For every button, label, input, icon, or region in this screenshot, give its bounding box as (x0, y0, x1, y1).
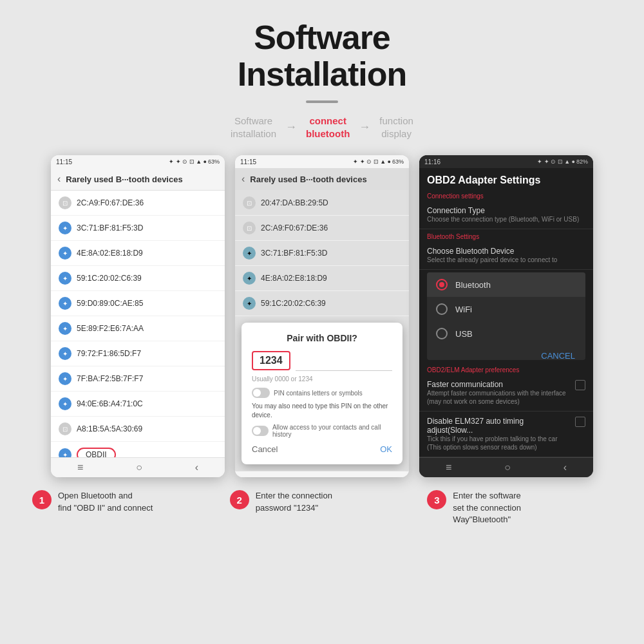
bt-device-icon: ⊡ (243, 196, 256, 209)
phone3-status-icons: ✦ ✦ ⊙ ⊡ ▲ ● 82% (537, 158, 588, 165)
bt-device-icon: ✦ (59, 272, 71, 285)
instruction-2: 2 Enter the connectionpassword "1234" (223, 490, 421, 526)
item1-sub: Choose the connection type (Bluetooth, W… (427, 215, 585, 223)
dropdown-bluetooth-label: Bluetooth (455, 280, 491, 290)
list-item[interactable]: ✦ 79:72:F1:86:5D:F7 (51, 341, 225, 366)
pair-ok-button[interactable]: OK (380, 444, 392, 454)
nav-home-icon[interactable]: ○ (504, 462, 511, 473)
list-item[interactable]: ✦ 4E:8A:02:E8:18:D9 (51, 241, 225, 266)
list-item[interactable]: ✦ 3C:71:BF:81:F5:3D (51, 216, 225, 241)
footer2-text: Disable ELM327 auto timing adjust(Slow..… (427, 417, 570, 451)
title-line1: Software (238, 19, 406, 56)
list-item[interactable]: ✦ 94:0E:6B:A4:71:0C (51, 392, 225, 417)
pair-cancel-button[interactable]: Cancel (252, 444, 278, 454)
page-wrapper: Software Installation Softwareinstallati… (0, 0, 644, 644)
bt-device-icon: ✦ (243, 297, 256, 310)
list-item[interactable]: ⊡ 2C:A9:F0:67:DE:36 (51, 191, 225, 216)
toggle-contacts-icon[interactable] (252, 426, 269, 436)
pair-toggle2-text: Allow access to your contacts and call h… (272, 424, 392, 438)
step2-circle: 2 (230, 490, 249, 509)
pair-toggle1-row: PIN contains letters or symbols (252, 388, 392, 398)
disable-elm-checkbox[interactable] (575, 417, 585, 427)
item2-sub: Select the already paired device to conn… (427, 256, 585, 264)
list-item[interactable]: ✦ 7F:BA:F2:5B:7F:F7 (51, 366, 225, 392)
dropdown-item-usb[interactable]: USB (427, 321, 585, 346)
radio-bluetooth[interactable] (436, 279, 448, 290)
pair-note: You may also need to type this PIN on th… (252, 402, 392, 420)
nav-back-icon[interactable]: ‹ (564, 462, 567, 473)
list-item[interactable]: ✦ 59:1C:20:02:C6:39 (51, 266, 225, 291)
list-item[interactable]: ✦ 59:D0:89:0C:AE:85 (51, 291, 225, 316)
step1-circle: 1 (32, 490, 52, 509)
radio-usb[interactable] (436, 328, 448, 339)
instruction1-text: Open Bluetooth andfind "OBD II" and conn… (58, 490, 153, 513)
phone3-settings-title: OBD2 Adapter Settings (419, 168, 593, 189)
bt-device-icon: ✦ (59, 297, 71, 310)
list-item: ⊡ 2C:A9:F0:67:DE:36 (235, 216, 409, 241)
toggle-pin-icon[interactable] (252, 388, 270, 398)
nav-home-icon[interactable]: ○ (136, 462, 142, 473)
nav-menu-icon[interactable]: ≡ (446, 462, 451, 473)
footer2-sub: Tick this if you have problem talking to… (427, 435, 570, 451)
instructions-row: 1 Open Bluetooth andfind "OBD II" and co… (13, 490, 631, 526)
step3-label: functiondisplay (379, 115, 413, 140)
phone2-bottom-nav: ≡ ○ ‹ (235, 471, 409, 477)
bt-device-address: 3C:71:BF:81:F5:3D (77, 223, 143, 232)
list-item: ✦ 3C:71:BF:81:F5:3D (235, 241, 409, 266)
phone1-status-bar: 11:15 ✦ ✦ ⊙ ⊡ ▲ ● 63% (51, 155, 225, 168)
phone1-bottom-nav: ≡ ○ ‹ (51, 457, 225, 477)
settings-bt-device[interactable]: Choose Bluetooth Device Select the alrea… (419, 242, 593, 270)
bt-device-icon: ⊡ (59, 196, 71, 209)
bt-device-icon: ✦ (243, 247, 256, 260)
phone3-time: 11:16 (424, 158, 440, 166)
nav-back-icon[interactable]: ‹ (195, 462, 198, 473)
bt-device-icon: ✦ (59, 222, 71, 234)
settings-connection-type[interactable]: Connection Type Choose the connection ty… (419, 201, 593, 229)
settings-faster-comm[interactable]: Faster communication Attempt faster comm… (419, 375, 593, 412)
bt-device-address: 7F:BA:F2:5B:7F:F7 (77, 374, 143, 383)
bt-device-address: A8:1B:5A:5A:30:69 (77, 424, 142, 433)
footer1-title: Faster communication (427, 380, 570, 389)
phone1-nav-title: Rarely used B···tooth devices (66, 175, 182, 184)
phone1-battery: 63% (208, 158, 220, 165)
step3-circle: 3 (427, 490, 446, 509)
phones-row: 11:15 ✦ ✦ ⊙ ⊡ ▲ ● 63% ‹ Rarely used B···… (51, 155, 593, 477)
dropdown-cancel-button[interactable]: CANCEL (427, 346, 585, 360)
dropdown-item-wifi[interactable]: WiFi (427, 297, 585, 321)
bt-device-icon: ✦ (243, 272, 256, 285)
phone1-back[interactable]: ‹ (57, 173, 61, 185)
dropdown-item-bluetooth[interactable]: Bluetooth (427, 272, 585, 297)
bt-device-address: 59:D0:89:0C:AE:85 (77, 299, 143, 308)
phone2: 11:15 ✦ ✦ ⊙ ⊡ ▲ ● 63% ‹ Rarely used B···… (235, 155, 409, 477)
phone2-back[interactable]: ‹ (242, 173, 245, 185)
nav-menu-icon[interactable]: ≡ (261, 475, 267, 477)
title-line2: Installation (238, 56, 406, 93)
list-item[interactable]: ✦ 5E:89:F2:E6:7A:AA (51, 316, 225, 341)
phone2-nav-title: Rarely used B···tooth devices (250, 175, 366, 184)
phone1: 11:15 ✦ ✦ ⊙ ⊡ ▲ ● 63% ‹ Rarely used B···… (51, 155, 225, 477)
nav-menu-icon[interactable]: ≡ (77, 462, 83, 473)
steps-row: Softwareinstallation → connectbluetooth … (231, 115, 413, 140)
pair-dialog-title: Pair with OBDII? (252, 333, 392, 343)
connection-type-dropdown: Bluetooth WiFi USB CANCEL (427, 272, 585, 360)
bt-device-address: 5E:89:F2:E6:7A:AA (77, 324, 144, 333)
item2-title: Choose Bluetooth Device (427, 247, 585, 256)
list-item[interactable]: ⊡ A8:1B:5A:5A:30:69 (51, 417, 225, 442)
instruction3-text: Enter the softwareset the connectionWay"… (453, 490, 521, 526)
faster-comm-checkbox[interactable] (575, 380, 585, 390)
nav-home-icon[interactable]: ○ (320, 475, 327, 477)
bt-device-address: 3C:71:BF:81:F5:3D (261, 249, 327, 258)
nav-back-icon[interactable]: ‹ (379, 475, 383, 477)
obdii-list-item[interactable]: ✦ OBDII (51, 442, 225, 457)
bt-device-address: 4E:8A:02:E8:18:D9 (261, 274, 327, 283)
step2-label: connectbluetooth (306, 115, 350, 140)
bt-device-icon: ⊡ (243, 222, 256, 234)
pair-pin[interactable]: 1234 (252, 351, 290, 370)
phone1-bt-list: ⊡ 2C:A9:F0:67:DE:36 ✦ 3C:71:BF:81:F5:3D … (51, 191, 225, 457)
settings-disable-elm[interactable]: Disable ELM327 auto timing adjust(Slow..… (419, 412, 593, 457)
bt-device-address: 20:47:DA:BB:29:5D (261, 198, 328, 207)
radio-wifi[interactable] (436, 303, 448, 315)
phone3-bottom-nav: ≡ ○ ‹ (419, 457, 593, 477)
instruction-3: 3 Enter the softwareset the connectionWa… (421, 490, 618, 526)
bt-device-icon: ✦ (59, 397, 71, 410)
